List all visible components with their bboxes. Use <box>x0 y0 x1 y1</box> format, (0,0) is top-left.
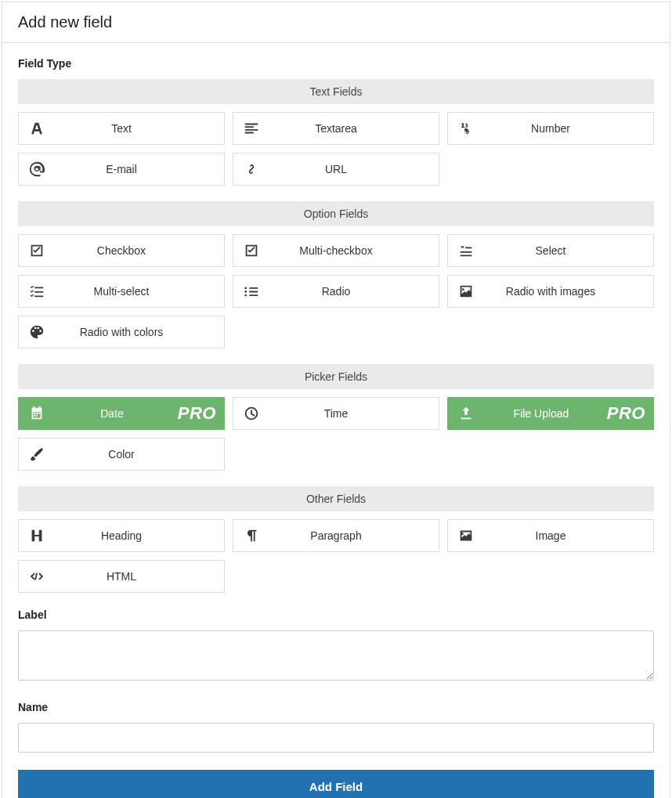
field-option-text[interactable]: Text <box>18 112 225 145</box>
field-option-number[interactable]: 19 Number <box>447 112 654 145</box>
field-option-label: E-mail <box>55 163 224 175</box>
field-option-label: HTML <box>55 570 224 583</box>
number-icon: 19 <box>448 120 484 137</box>
name-group: Name <box>18 701 654 753</box>
brush-icon <box>19 446 55 463</box>
paragraph-icon <box>233 527 269 544</box>
upload-icon <box>448 405 484 422</box>
field-option-html[interactable]: HTML <box>18 560 225 593</box>
group-header-option: Option Fields <box>18 201 654 226</box>
label-group: Label <box>18 608 654 684</box>
name-input[interactable] <box>18 723 654 753</box>
field-option-label: Image <box>484 529 653 542</box>
name-field-label: Name <box>18 701 654 713</box>
label-field-label: Label <box>18 608 654 621</box>
add-field-panel: Add new field Field Type Text Fields Tex… <box>2 2 670 798</box>
svg-text:9: 9 <box>465 128 469 135</box>
field-option-heading[interactable]: Heading <box>18 519 225 552</box>
field-grid-other: Heading Paragraph Image HTML <box>18 519 654 593</box>
field-option-label: Textarea <box>269 122 439 135</box>
field-grid-text: Text Textarea 19 Number E-mail URL <box>18 112 654 186</box>
field-option-label: Radio with images <box>484 285 653 298</box>
field-option-radio[interactable]: Radio <box>233 275 439 308</box>
add-field-button[interactable]: Add Field <box>18 770 654 798</box>
font-icon <box>19 120 55 137</box>
svg-text:1: 1 <box>461 121 465 129</box>
field-option-label: Select <box>484 244 653 257</box>
group-header-picker: Picker Fields <box>18 364 654 389</box>
field-option-paragraph[interactable]: Paragraph <box>233 519 439 552</box>
field-option-label: URL <box>269 163 439 175</box>
clock-icon <box>233 405 269 422</box>
field-option-file-upload[interactable]: File Upload PRO <box>447 397 654 430</box>
field-option-radio-colors[interactable]: Radio with colors <box>18 316 225 348</box>
pro-badge: PRO <box>607 403 645 424</box>
field-option-date[interactable]: Date PRO <box>18 397 225 430</box>
field-option-radio-images[interactable]: Radio with images <box>447 275 654 308</box>
panel-body: Field Type Text Fields Text Textarea 19 … <box>2 43 670 798</box>
field-option-label: Heading <box>55 529 224 542</box>
field-option-multi-select[interactable]: Multi-select <box>18 275 225 308</box>
field-option-label: Number <box>484 122 653 135</box>
field-grid-picker: Date PRO Time File Upload PRO Color <box>18 397 654 471</box>
field-option-multi-checkbox[interactable]: Multi-checkbox <box>233 234 439 267</box>
field-option-textarea[interactable]: Textarea <box>233 112 439 145</box>
field-option-label: Multi-checkbox <box>269 244 439 257</box>
at-icon <box>19 161 55 178</box>
field-option-label: Time <box>269 407 439 420</box>
field-option-select[interactable]: Select <box>447 234 654 267</box>
field-option-label: Multi-select <box>55 285 224 298</box>
field-grid-option: Checkbox Multi-checkbox Select Multi-sel… <box>18 234 654 348</box>
field-option-checkbox[interactable]: Checkbox <box>18 234 225 267</box>
select-icon <box>448 242 484 259</box>
pro-badge: PRO <box>178 403 216 424</box>
field-option-time[interactable]: Time <box>233 397 439 430</box>
field-option-color[interactable]: Color <box>18 438 225 471</box>
calendar-icon <box>19 405 55 422</box>
align-left-icon <box>233 120 269 137</box>
field-option-label: Radio with colors <box>55 326 224 338</box>
image-icon <box>448 527 484 544</box>
field-type-label: Field Type <box>18 57 654 70</box>
field-option-email[interactable]: E-mail <box>18 153 225 186</box>
group-header-other: Other Fields <box>18 486 654 511</box>
link-icon <box>233 161 269 178</box>
group-header-text: Text Fields <box>18 79 654 104</box>
field-option-label: Radio <box>269 285 439 298</box>
heading-icon <box>19 527 55 544</box>
palette-icon <box>19 323 55 341</box>
field-option-url[interactable]: URL <box>233 153 439 186</box>
image-icon <box>448 283 484 300</box>
field-option-label: Color <box>55 448 224 460</box>
field-option-label: Checkbox <box>55 244 224 257</box>
field-option-image[interactable]: Image <box>447 519 654 552</box>
checkbox-icon <box>19 242 55 259</box>
code-icon <box>19 568 55 585</box>
field-option-label: Text <box>55 122 224 135</box>
checklist-icon <box>19 283 55 300</box>
label-input[interactable] <box>18 630 654 681</box>
list-icon <box>233 283 269 300</box>
checkbox-icon <box>233 242 269 259</box>
field-option-label: Paragraph <box>269 529 439 542</box>
panel-title: Add new field <box>2 2 670 43</box>
